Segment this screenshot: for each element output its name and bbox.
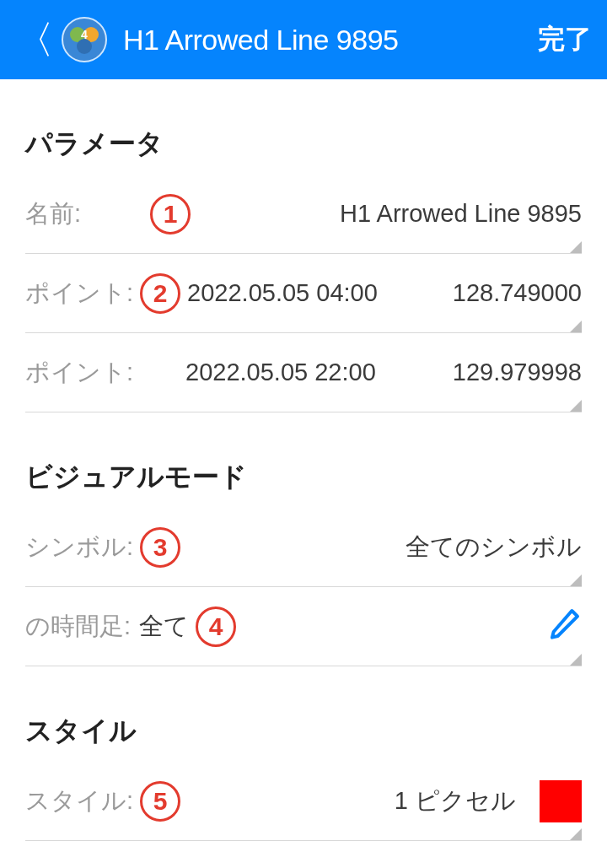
edit-pencil-icon[interactable] [548, 607, 582, 646]
section-parameters-title: パラメータ [25, 126, 582, 163]
row-name[interactable]: 名前: 1 H1 Arrowed Line 9895 [25, 175, 582, 254]
app-logo-icon: 4 [61, 16, 108, 63]
timeframe-label: の時間足: [25, 610, 131, 644]
annotation-badge-4: 4 [196, 607, 236, 647]
annotation-badge-2: 2 [140, 273, 180, 314]
symbol-value: 全てのシンボル [406, 531, 582, 564]
row-symbol[interactable]: シンボル: 3 全てのシンボル [25, 508, 582, 587]
done-button[interactable]: 完了 [538, 21, 592, 58]
name-label: 名前: [25, 197, 143, 231]
point1-datetime: 2022.05.05 04:00 [187, 279, 378, 307]
content-area: パラメータ 名前: 1 H1 Arrowed Line 9895 ポイント: 2… [0, 126, 607, 841]
row-point-2[interactable]: ポイント: 2022.05.05 22:00 129.979998 [25, 333, 582, 412]
annotation-badge-5: 5 [140, 781, 180, 822]
style-color-swatch[interactable] [540, 780, 582, 822]
point2-label: ポイント: [25, 356, 185, 390]
timeframe-value: 全て [139, 610, 189, 644]
row-timeframe[interactable]: の時間足: 全て 4 [25, 587, 582, 666]
symbol-label: シンボル: [25, 531, 133, 564]
row-point-1[interactable]: ポイント: 2 2022.05.05 04:00 128.749000 [25, 254, 582, 333]
header-title: H1 Arrowed Line 9895 [123, 24, 538, 57]
row-style[interactable]: スタイル: 5 1 ピクセル [25, 762, 582, 841]
annotation-badge-1: 1 [150, 194, 191, 235]
style-value: 1 ピクセル [395, 784, 516, 818]
back-chevron-icon[interactable]: 〈 [15, 20, 54, 59]
point2-datetime: 2022.05.05 22:00 [185, 359, 376, 386]
name-value: H1 Arrowed Line 9895 [340, 200, 582, 228]
point1-label: ポイント: [25, 277, 133, 310]
point2-price: 129.979998 [453, 359, 582, 386]
point1-price: 128.749000 [453, 279, 582, 307]
header-bar: 〈 4 H1 Arrowed Line 9895 完了 [0, 0, 607, 79]
section-style-title: スタイル [25, 713, 582, 750]
annotation-badge-3: 3 [140, 527, 180, 568]
section-visual-mode-title: ビジュアルモード [25, 459, 582, 496]
svg-text:4: 4 [81, 28, 88, 41]
style-label: スタイル: [25, 784, 133, 818]
